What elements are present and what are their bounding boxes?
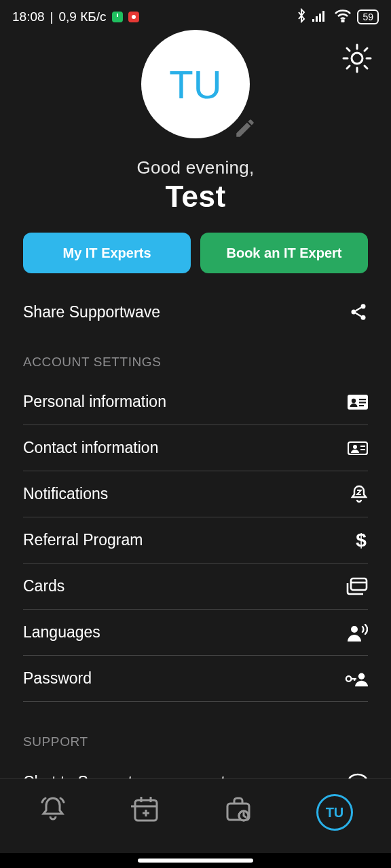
svg-point-24: [353, 445, 357, 449]
bottom-nav: TU: [0, 778, 391, 853]
contact-card-icon: [345, 437, 368, 460]
contact-information-row[interactable]: Contact information: [23, 425, 368, 471]
svg-rect-1: [312, 19, 314, 22]
id-card-icon: [345, 391, 368, 414]
shield-icon: [112, 12, 123, 22]
referral-program-row[interactable]: Referral Program $: [23, 517, 368, 564]
speaking-person-icon: [345, 621, 368, 644]
row-label: Languages: [23, 623, 100, 642]
dollar-icon: $: [345, 529, 368, 552]
bell-snooze-icon: [345, 483, 368, 506]
book-it-expert-button[interactable]: Book an IT Expert: [200, 233, 368, 273]
battery-percent: 59: [362, 12, 373, 22]
nav-calendar-button[interactable]: [131, 794, 161, 827]
svg-point-6: [352, 53, 362, 64]
svg-line-12: [365, 66, 367, 68]
row-label: Referral Program: [23, 531, 143, 549]
share-icon: [345, 300, 368, 323]
svg-point-33: [349, 774, 367, 778]
svg-point-15: [361, 304, 366, 309]
nav-alerts-button[interactable]: [38, 794, 68, 827]
notifications-row[interactable]: Notifications: [23, 471, 368, 517]
svg-rect-21: [359, 401, 366, 403]
bluetooth-icon: [296, 8, 307, 26]
languages-row[interactable]: Languages: [23, 610, 368, 656]
wifi-icon: [334, 9, 352, 26]
chat-bubble-icon: [345, 770, 368, 778]
status-separator: |: [50, 9, 54, 24]
personal-information-row[interactable]: Personal information: [23, 379, 368, 425]
section-header-account: ACCOUNT SETTINGS: [23, 355, 368, 370]
svg-rect-20: [359, 399, 366, 400]
nav-avatar-initials: TU: [326, 805, 344, 821]
cards-row[interactable]: Cards: [23, 564, 368, 610]
svg-point-31: [358, 673, 365, 679]
svg-point-32: [346, 676, 352, 682]
home-indicator-area: [0, 853, 391, 868]
svg-point-5: [342, 20, 344, 22]
credit-card-icon: [345, 575, 368, 598]
row-label: Chat to Supportwave support: [23, 773, 225, 779]
svg-point-0: [132, 15, 136, 19]
svg-line-14: [365, 48, 367, 51]
avatar-initials: TU: [169, 62, 221, 107]
svg-rect-25: [360, 446, 365, 447]
svg-line-13: [347, 66, 350, 68]
svg-rect-2: [316, 16, 318, 22]
svg-line-11: [347, 48, 350, 51]
svg-rect-22: [359, 405, 364, 406]
status-net-speed: 0,9 КБ/с: [58, 9, 106, 24]
nav-profile-button[interactable]: TU: [316, 794, 353, 831]
status-bar: 18:08 | 0,9 КБ/с 59: [0, 0, 391, 30]
theme-toggle-button[interactable]: [342, 43, 372, 76]
password-row[interactable]: Password: [23, 656, 368, 702]
my-it-experts-button[interactable]: My IT Experts: [23, 233, 191, 273]
record-icon: [128, 12, 139, 22]
status-time: 18:08: [12, 9, 45, 24]
chat-support-row[interactable]: Chat to Supportwave support: [23, 759, 368, 778]
key-person-icon: [345, 667, 368, 690]
svg-point-16: [352, 310, 356, 315]
svg-rect-26: [360, 449, 365, 450]
nav-jobs-button[interactable]: [223, 794, 253, 827]
user-name: Test: [165, 180, 225, 214]
battery-icon: 59: [357, 9, 379, 24]
svg-point-30: [351, 626, 358, 633]
row-label: Personal information: [23, 393, 166, 411]
row-label: Notifications: [23, 485, 108, 503]
cell-signal-icon: [312, 9, 329, 25]
svg-point-17: [361, 315, 366, 320]
svg-rect-28: [351, 578, 367, 590]
share-supportwave-row[interactable]: Share Supportwave: [23, 300, 368, 323]
share-label: Share Supportwave: [23, 303, 160, 321]
pencil-icon[interactable]: [234, 117, 257, 142]
section-header-support: SUPPORT: [23, 734, 368, 749]
svg-rect-3: [319, 14, 321, 22]
avatar-container[interactable]: TU: [141, 30, 250, 138]
home-indicator: [138, 859, 253, 863]
greeting-text: Good evening,: [136, 157, 254, 178]
svg-text:$: $: [356, 530, 367, 551]
svg-rect-4: [322, 11, 324, 22]
row-label: Contact information: [23, 439, 158, 457]
svg-point-19: [352, 398, 356, 402]
row-label: Password: [23, 669, 92, 688]
row-label: Cards: [23, 577, 64, 595]
